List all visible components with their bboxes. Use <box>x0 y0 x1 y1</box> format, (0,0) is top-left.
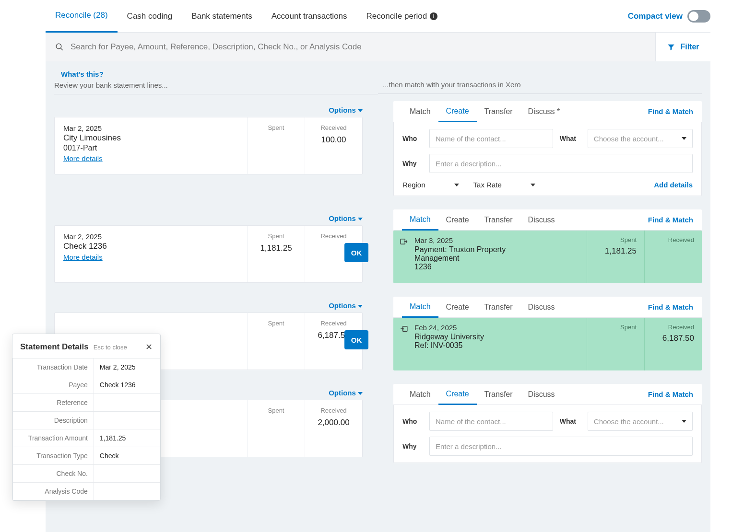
why-label: Why <box>402 160 423 167</box>
find-match-link[interactable]: Find & Match <box>648 303 693 311</box>
match-card[interactable]: Feb 24, 2025 Ridgeway University Ref: IN… <box>393 318 702 370</box>
match-date: Feb 24, 2025 <box>414 324 582 332</box>
create-form: Who What Choose the account... Why <box>393 405 702 463</box>
statement-ref: 0017-Part <box>63 144 238 152</box>
spent-label: Spent <box>253 320 299 327</box>
who-input[interactable] <box>429 129 553 148</box>
tab-reconcile-period-label: Reconcile period <box>366 12 427 21</box>
more-details-link[interactable]: More details <box>63 154 103 162</box>
rtab-match[interactable]: Match <box>402 101 438 122</box>
statement-payee: City Limousines <box>63 133 238 143</box>
rtab-create[interactable]: Create <box>438 101 477 122</box>
region-dropdown[interactable]: Region <box>402 181 459 189</box>
close-icon[interactable]: ✕ <box>145 342 153 352</box>
statement-payee: Check 1236 <box>63 242 238 251</box>
statement-card: Mar 2, 2025 Check 1236 More details Spen… <box>54 225 363 283</box>
search-bar: Filter <box>46 33 710 61</box>
popover-field-value: Check <box>94 447 160 465</box>
rtab-discuss[interactable]: Discuss <box>520 297 563 318</box>
match-desc-3: 1236 <box>414 263 582 271</box>
rtab-transfer[interactable]: Transfer <box>477 209 520 231</box>
more-details-link[interactable]: More details <box>63 253 103 261</box>
who-input[interactable] <box>429 412 553 431</box>
tab-reconcile[interactable]: Reconcile (28) <box>46 0 118 33</box>
add-details-link[interactable]: Add details <box>654 181 693 189</box>
find-match-link[interactable]: Find & Match <box>648 107 693 116</box>
received-label: Received <box>311 124 356 131</box>
received-value: 100.00 <box>311 135 356 145</box>
popover-field-label: Transaction Date <box>13 359 94 376</box>
rtab-create[interactable]: Create <box>438 384 477 405</box>
popover-field-value: Mar 2, 2025 <box>94 359 160 376</box>
match-received-label: Received <box>652 236 694 243</box>
match-desc-2: Management <box>414 254 582 263</box>
transfer-icon <box>400 237 408 246</box>
rtab-create[interactable]: Create <box>438 209 477 231</box>
rtab-transfer[interactable]: Transfer <box>477 101 520 122</box>
rtab-discuss[interactable]: Discuss <box>520 384 563 405</box>
ok-button[interactable]: OK <box>344 330 368 349</box>
filter-button[interactable]: Filter <box>655 33 710 61</box>
statement-date: Mar 2, 2025 <box>63 124 238 132</box>
why-label: Why <box>402 442 423 450</box>
popover-title: Statement Details <box>20 342 89 352</box>
compact-view-toggle[interactable] <box>687 10 710 23</box>
popover-field-label: Payee <box>13 376 94 394</box>
received-label: Received <box>311 232 356 240</box>
match-desc: Ridgeway University <box>414 333 582 341</box>
compact-view-toggle-wrap: Compact view <box>628 10 710 23</box>
why-input[interactable] <box>429 154 693 173</box>
options-dropdown[interactable]: Options <box>54 297 363 312</box>
options-dropdown[interactable]: Options <box>54 101 363 117</box>
rtab-discuss[interactable]: Discuss <box>520 209 563 231</box>
spent-label: Spent <box>253 232 299 240</box>
who-label: Who <box>402 417 423 425</box>
rtab-discuss[interactable]: Discuss * <box>520 101 568 122</box>
why-input[interactable] <box>429 437 693 456</box>
ok-button[interactable]: OK <box>344 243 368 262</box>
received-label: Received <box>311 407 356 414</box>
tab-reconcile-period[interactable]: Reconcile period i <box>357 0 448 33</box>
match-desc-2: Ref: INV-0035 <box>414 341 582 350</box>
rtab-match[interactable]: Match <box>402 297 438 318</box>
info-icon: i <box>430 12 437 20</box>
who-label: Who <box>402 135 423 142</box>
rtab-create[interactable]: Create <box>438 297 477 318</box>
top-tabs: Reconcile (28) Cash coding Bank statemen… <box>46 0 710 33</box>
what-select[interactable]: Choose the account... <box>588 129 693 148</box>
tab-cash-coding[interactable]: Cash coding <box>118 0 182 33</box>
popover-field-label: Transaction Amount <box>13 429 94 447</box>
popover-field-value: 1,181.25 <box>94 429 160 447</box>
statement-card: Mar 2, 2025 City Limousines 0017-Part Mo… <box>54 117 363 174</box>
tax-rate-dropdown[interactable]: Tax Rate <box>473 181 535 189</box>
whats-this-link[interactable]: What's this? <box>54 70 378 78</box>
popover-field-label: Transaction Type <box>13 447 94 465</box>
search-input[interactable] <box>71 42 701 52</box>
tab-bank-statements[interactable]: Bank statements <box>182 0 262 33</box>
match-date: Mar 3, 2025 <box>414 236 582 244</box>
compact-view-label: Compact view <box>628 12 683 21</box>
match-card[interactable]: Mar 3, 2025 Payment: Truxton Property Ma… <box>393 231 702 283</box>
tab-account-transactions[interactable]: Account transactions <box>262 0 357 33</box>
rtab-transfer[interactable]: Transfer <box>477 384 520 405</box>
match-received-label: Received <box>652 324 694 331</box>
search-icon <box>55 43 64 51</box>
received-label: Received <box>311 320 356 327</box>
popover-field-label: Analysis Code <box>13 483 94 500</box>
svg-line-1 <box>60 48 63 50</box>
what-select[interactable]: Choose the account... <box>588 412 693 431</box>
find-match-link[interactable]: Find & Match <box>648 390 693 398</box>
popover-field-value <box>94 394 160 412</box>
what-label: What <box>560 417 581 425</box>
find-match-link[interactable]: Find & Match <box>648 216 693 224</box>
popover-field-label: Check No. <box>13 465 94 483</box>
options-dropdown[interactable]: Options <box>54 209 363 225</box>
popover-field-label: Reference <box>13 394 94 412</box>
rtab-transfer[interactable]: Transfer <box>477 297 520 318</box>
match-spent-value: 1,181.25 <box>595 246 637 256</box>
rtab-match[interactable]: Match <box>402 384 438 405</box>
right-tabs: MatchCreateTransferDiscuss *Find & Match <box>393 101 702 122</box>
rtab-match[interactable]: Match <box>402 209 438 231</box>
spent-value: 1,181.25 <box>253 243 299 253</box>
popover-table: Transaction DateMar 2, 2025PayeeCheck 12… <box>12 358 160 500</box>
